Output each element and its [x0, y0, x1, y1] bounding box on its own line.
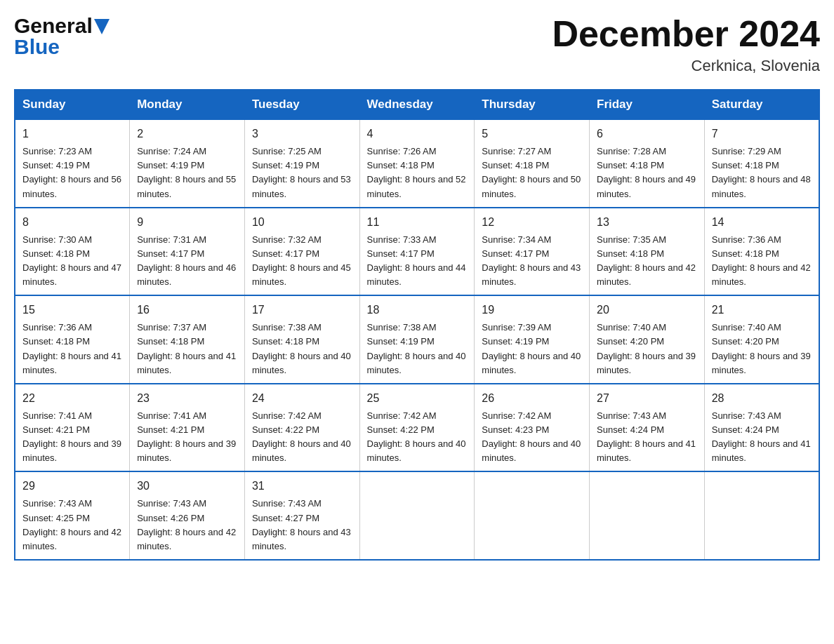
calendar-cell: 5Sunrise: 7:27 AMSunset: 4:18 PMDaylight… — [475, 119, 590, 208]
day-info: Sunrise: 7:33 AMSunset: 4:17 PMDaylight:… — [367, 234, 466, 287]
calendar-cell: 25Sunrise: 7:42 AMSunset: 4:22 PMDayligh… — [359, 384, 475, 472]
day-info: Sunrise: 7:43 AMSunset: 4:24 PMDaylight:… — [597, 410, 696, 463]
calendar-week-1: 1Sunrise: 7:23 AMSunset: 4:19 PMDaylight… — [15, 119, 819, 208]
col-header-friday: Friday — [590, 90, 705, 119]
day-info: Sunrise: 7:32 AMSunset: 4:17 PMDaylight:… — [252, 234, 351, 287]
calendar-table: SundayMondayTuesdayWednesdayThursdayFrid… — [14, 89, 820, 561]
logo-blue-text: Blue — [14, 35, 60, 59]
col-header-wednesday: Wednesday — [359, 90, 475, 119]
day-info: Sunrise: 7:28 AMSunset: 4:18 PMDaylight:… — [597, 146, 696, 199]
day-number: 28 — [712, 390, 812, 407]
calendar-cell: 28Sunrise: 7:43 AMSunset: 4:24 PMDayligh… — [704, 384, 819, 472]
calendar-cell: 4Sunrise: 7:26 AMSunset: 4:18 PMDaylight… — [359, 119, 475, 208]
calendar-cell: 21Sunrise: 7:40 AMSunset: 4:20 PMDayligh… — [704, 295, 819, 384]
calendar-cell: 12Sunrise: 7:34 AMSunset: 4:17 PMDayligh… — [475, 208, 590, 296]
day-info: Sunrise: 7:43 AMSunset: 4:24 PMDaylight:… — [712, 410, 811, 463]
day-number: 26 — [482, 390, 582, 407]
day-number: 25 — [367, 390, 468, 407]
day-number: 19 — [482, 302, 582, 318]
logo: General Blue — [14, 14, 110, 59]
day-info: Sunrise: 7:41 AMSunset: 4:21 PMDaylight:… — [22, 410, 121, 463]
calendar-week-5: 29Sunrise: 7:43 AMSunset: 4:25 PMDayligh… — [15, 471, 819, 560]
day-info: Sunrise: 7:43 AMSunset: 4:25 PMDaylight:… — [22, 498, 121, 551]
day-number: 2 — [137, 126, 237, 142]
day-info: Sunrise: 7:39 AMSunset: 4:19 PMDaylight:… — [482, 322, 581, 375]
day-info: Sunrise: 7:40 AMSunset: 4:20 PMDaylight:… — [597, 322, 696, 375]
day-info: Sunrise: 7:42 AMSunset: 4:22 PMDaylight:… — [252, 410, 351, 463]
logo-general-text: General — [14, 14, 93, 38]
calendar-cell: 22Sunrise: 7:41 AMSunset: 4:21 PMDayligh… — [15, 384, 130, 472]
calendar-cell — [704, 471, 819, 560]
day-info: Sunrise: 7:25 AMSunset: 4:19 PMDaylight:… — [252, 146, 351, 199]
col-header-saturday: Saturday — [704, 90, 819, 119]
day-info: Sunrise: 7:24 AMSunset: 4:19 PMDaylight:… — [137, 146, 236, 199]
day-number: 11 — [367, 214, 468, 231]
day-number: 10 — [252, 214, 352, 231]
calendar-cell: 14Sunrise: 7:36 AMSunset: 4:18 PMDayligh… — [704, 208, 819, 296]
day-info: Sunrise: 7:40 AMSunset: 4:20 PMDaylight:… — [712, 322, 811, 375]
day-number: 16 — [137, 302, 237, 318]
page-header: General Blue December 2024 Cerknica, Slo… — [14, 14, 820, 75]
day-number: 13 — [597, 214, 697, 231]
calendar-cell: 27Sunrise: 7:43 AMSunset: 4:24 PMDayligh… — [590, 384, 705, 472]
calendar-cell: 18Sunrise: 7:38 AMSunset: 4:19 PMDayligh… — [359, 295, 475, 384]
day-number: 15 — [22, 302, 122, 318]
calendar-cell: 2Sunrise: 7:24 AMSunset: 4:19 PMDaylight… — [130, 119, 245, 208]
calendar-cell: 1Sunrise: 7:23 AMSunset: 4:19 PMDaylight… — [15, 119, 130, 208]
calendar-cell: 15Sunrise: 7:36 AMSunset: 4:18 PMDayligh… — [15, 295, 130, 384]
day-number: 8 — [22, 214, 122, 231]
calendar-cell: 24Sunrise: 7:42 AMSunset: 4:22 PMDayligh… — [244, 384, 359, 472]
day-number: 18 — [367, 302, 468, 318]
calendar-cell: 20Sunrise: 7:40 AMSunset: 4:20 PMDayligh… — [590, 295, 705, 384]
day-info: Sunrise: 7:41 AMSunset: 4:21 PMDaylight:… — [137, 410, 236, 463]
day-number: 14 — [712, 214, 812, 231]
calendar-cell: 23Sunrise: 7:41 AMSunset: 4:21 PMDayligh… — [130, 384, 245, 472]
day-info: Sunrise: 7:43 AMSunset: 4:26 PMDaylight:… — [137, 498, 236, 551]
day-info: Sunrise: 7:23 AMSunset: 4:19 PMDaylight:… — [22, 146, 121, 199]
calendar-cell: 7Sunrise: 7:29 AMSunset: 4:18 PMDaylight… — [704, 119, 819, 208]
calendar-week-2: 8Sunrise: 7:30 AMSunset: 4:18 PMDaylight… — [15, 208, 819, 296]
calendar-cell: 19Sunrise: 7:39 AMSunset: 4:19 PMDayligh… — [475, 295, 590, 384]
calendar-cell: 30Sunrise: 7:43 AMSunset: 4:26 PMDayligh… — [130, 471, 245, 560]
day-info: Sunrise: 7:43 AMSunset: 4:27 PMDaylight:… — [252, 498, 351, 551]
day-info: Sunrise: 7:31 AMSunset: 4:17 PMDaylight:… — [137, 234, 236, 287]
calendar-week-3: 15Sunrise: 7:36 AMSunset: 4:18 PMDayligh… — [15, 295, 819, 384]
day-number: 30 — [137, 478, 237, 495]
day-number: 27 — [597, 390, 697, 407]
day-info: Sunrise: 7:38 AMSunset: 4:19 PMDaylight:… — [367, 322, 466, 375]
calendar-cell: 17Sunrise: 7:38 AMSunset: 4:18 PMDayligh… — [244, 295, 359, 384]
day-number: 7 — [712, 126, 812, 142]
day-info: Sunrise: 7:34 AMSunset: 4:17 PMDaylight:… — [482, 234, 581, 287]
day-number: 3 — [252, 126, 352, 142]
calendar-cell: 26Sunrise: 7:42 AMSunset: 4:23 PMDayligh… — [475, 384, 590, 472]
calendar-cell: 8Sunrise: 7:30 AMSunset: 4:18 PMDaylight… — [15, 208, 130, 296]
calendar-cell: 6Sunrise: 7:28 AMSunset: 4:18 PMDaylight… — [590, 119, 705, 208]
day-info: Sunrise: 7:27 AMSunset: 4:18 PMDaylight:… — [482, 146, 581, 199]
day-number: 9 — [137, 214, 237, 231]
calendar-cell: 11Sunrise: 7:33 AMSunset: 4:17 PMDayligh… — [359, 208, 475, 296]
day-number: 1 — [22, 126, 122, 142]
day-number: 12 — [482, 214, 582, 231]
day-info: Sunrise: 7:37 AMSunset: 4:18 PMDaylight:… — [137, 322, 236, 375]
calendar-cell — [590, 471, 705, 560]
day-number: 22 — [22, 390, 122, 407]
calendar-week-4: 22Sunrise: 7:41 AMSunset: 4:21 PMDayligh… — [15, 384, 819, 472]
calendar-cell: 31Sunrise: 7:43 AMSunset: 4:27 PMDayligh… — [244, 471, 359, 560]
day-number: 6 — [597, 126, 697, 142]
day-number: 20 — [597, 302, 697, 318]
day-number: 29 — [22, 478, 122, 495]
day-info: Sunrise: 7:26 AMSunset: 4:18 PMDaylight:… — [367, 146, 466, 199]
day-number: 31 — [252, 478, 352, 495]
calendar-cell: 10Sunrise: 7:32 AMSunset: 4:17 PMDayligh… — [244, 208, 359, 296]
calendar-header-row: SundayMondayTuesdayWednesdayThursdayFrid… — [15, 90, 819, 119]
day-info: Sunrise: 7:38 AMSunset: 4:18 PMDaylight:… — [252, 322, 351, 375]
col-header-monday: Monday — [130, 90, 245, 119]
day-number: 23 — [137, 390, 237, 407]
calendar-cell: 13Sunrise: 7:35 AMSunset: 4:18 PMDayligh… — [590, 208, 705, 296]
calendar-cell — [475, 471, 590, 560]
logo-arrow-icon — [94, 19, 110, 34]
col-header-sunday: Sunday — [15, 90, 130, 119]
day-info: Sunrise: 7:36 AMSunset: 4:18 PMDaylight:… — [22, 322, 121, 375]
calendar-cell: 3Sunrise: 7:25 AMSunset: 4:19 PMDaylight… — [244, 119, 359, 208]
calendar-cell: 9Sunrise: 7:31 AMSunset: 4:17 PMDaylight… — [130, 208, 245, 296]
